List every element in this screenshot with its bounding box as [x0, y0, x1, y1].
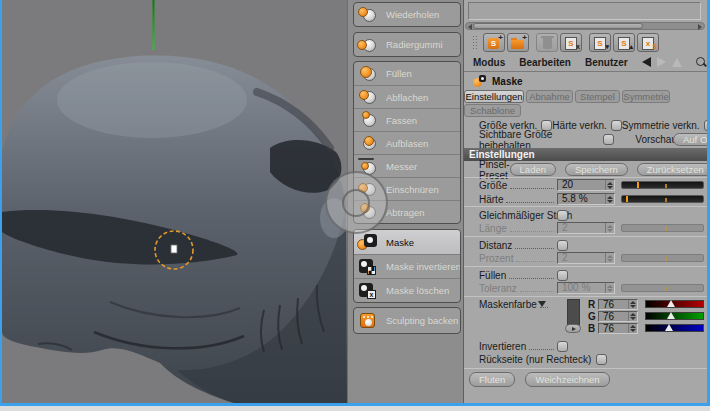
window-border-bottom	[0, 403, 710, 406]
add-layer-icon[interactable]: S+	[483, 33, 505, 52]
red-value-input[interactable]: 76	[598, 299, 638, 310]
length-row: Länge 2	[464, 222, 707, 234]
menu-benutzer[interactable]: Benutzer	[585, 57, 628, 68]
blue-slider[interactable]	[645, 324, 704, 332]
red-channel-row: R 76	[588, 299, 707, 309]
symmetry-link-option: Symmetrie verkn.	[622, 120, 707, 131]
flood-button[interactable]: Fluten	[469, 372, 515, 387]
flatten-brush-icon	[354, 87, 380, 107]
toolbar-grip-icon	[472, 35, 478, 51]
delete-mask-icon[interactable]: Sx	[560, 33, 582, 52]
length-input: 2	[557, 222, 615, 234]
green-slider[interactable]	[645, 312, 704, 320]
preview-mode-dropdown[interactable]: Auf Ober	[673, 133, 707, 146]
mask-brush-icon	[354, 232, 380, 252]
stepper-icon[interactable]	[605, 194, 614, 204]
history-up-icon[interactable]	[672, 58, 682, 67]
reset-button[interactable]: Zurücksetzen	[637, 163, 707, 176]
copy-mask-down-icon[interactable]: S▾	[589, 33, 611, 52]
stepper-icon[interactable]	[628, 324, 637, 333]
mask-color-block: Maskenfarbe R 76 G 76 B 76	[464, 299, 707, 337]
backface-row: Rückseite (nur Rechteck)	[464, 353, 707, 365]
distance-row: Distanz	[464, 239, 707, 251]
viewport-navigation-ball[interactable]	[325, 171, 388, 234]
visible-size-row: Sichtbare Größe beibehalten Vorschaumodu…	[464, 133, 707, 146]
steady-stroke-row: Gleichmäßiger Strich	[464, 209, 707, 221]
save-button[interactable]: Speichern	[565, 163, 628, 176]
tool-aufblasen[interactable]: Aufblasen	[354, 131, 460, 154]
blue-value-input[interactable]: 76	[598, 323, 638, 334]
stepper-icon[interactable]	[628, 300, 637, 309]
tool-radiergummi[interactable]: Radiergummi	[354, 33, 460, 56]
distance-checkbox[interactable]	[557, 240, 568, 251]
scrollbar-thumb[interactable]	[473, 23, 643, 29]
scroll-right-icon[interactable]	[698, 24, 702, 30]
tool-abflachen[interactable]: Abflachen	[354, 85, 460, 108]
tab-abnahme[interactable]: Abnahme	[526, 90, 573, 103]
scroll-left-icon[interactable]	[468, 24, 472, 30]
tool-group-repeat: Wiederholen	[353, 2, 461, 27]
tool-group-bake: Sculpting backen	[353, 307, 461, 334]
navigation-ball-inner-circle[interactable]	[342, 189, 370, 217]
tool-maske-invertieren[interactable]: ▞ Maske invertieren	[354, 254, 460, 278]
fill-checkbox[interactable]	[557, 270, 568, 281]
copy-mask-up-icon[interactable]: S▴	[613, 33, 635, 52]
red-slider[interactable]	[645, 300, 704, 308]
grab-brush-icon	[354, 110, 380, 130]
application-window: Wiederholen Radiergummi Füllen Abflachen…	[0, 0, 710, 411]
tool-fuellen[interactable]: Füllen	[354, 62, 460, 85]
invert-checkbox[interactable]	[557, 341, 568, 352]
tool-maske-loeschen[interactable]: x Maske löschen	[354, 278, 460, 302]
tab-symmetrie[interactable]: Symmetrie	[622, 90, 670, 103]
backface-checkbox[interactable]	[596, 354, 607, 365]
smooth-button[interactable]: Weichzeichnen	[525, 372, 609, 387]
mask-invert-icon: ▞	[354, 257, 380, 277]
inflate-brush-icon	[354, 133, 380, 153]
tool-fassen[interactable]: Fassen	[354, 108, 460, 131]
blue-channel-row: B 76	[588, 323, 707, 333]
fill-row: Füllen	[464, 269, 707, 281]
stepper-icon[interactable]	[605, 180, 614, 190]
tab-schablone[interactable]: Schablone	[464, 104, 521, 117]
y-axis-line	[153, 0, 155, 50]
object-list-box[interactable]	[468, 2, 701, 20]
eraser-brush-icon	[354, 35, 380, 55]
green-value-input[interactable]: 76	[598, 311, 638, 322]
delete-icon[interactable]	[536, 33, 558, 52]
layer-toolbar: S+ + Sx S▾ S▴ xS	[464, 32, 707, 53]
color-expand-button[interactable]	[565, 324, 581, 333]
tab-einstellungen[interactable]: Einstellungen	[464, 90, 524, 103]
history-forward-icon[interactable]	[657, 57, 666, 67]
tolerance-input: 100 %	[557, 282, 615, 294]
size-input[interactable]: 20	[557, 179, 615, 191]
menu-bearbeiten[interactable]: Bearbeiten	[519, 57, 571, 68]
size-slider[interactable]	[621, 181, 704, 189]
horizontal-scrollbar[interactable]	[465, 22, 705, 30]
hardness-link-checkbox[interactable]	[611, 120, 622, 131]
percent-slider	[621, 254, 704, 262]
fill-brush-icon	[354, 64, 380, 84]
skull-model[interactable]	[2, 0, 347, 403]
tool-wiederholen[interactable]: Wiederholen	[354, 3, 460, 26]
percent-row: Prozent 2	[464, 252, 707, 264]
stepper-icon[interactable]	[628, 312, 637, 321]
tab-stempel[interactable]: Stempel	[575, 90, 620, 103]
window-bottom-strip	[0, 406, 710, 411]
sculpt-viewport[interactable]	[2, 0, 347, 403]
visible-size-checkbox[interactable]	[603, 134, 614, 145]
color-dropdown-icon[interactable]	[538, 301, 546, 307]
steady-stroke-checkbox[interactable]	[557, 210, 568, 221]
tool-maske[interactable]: Maske	[354, 230, 460, 254]
load-button[interactable]: Laden	[510, 163, 556, 176]
hardness-slider[interactable]	[621, 195, 704, 203]
hardness-input[interactable]: 5.8 %	[557, 193, 615, 205]
clear-mask-icon[interactable]: xS	[637, 33, 659, 52]
add-folder-icon[interactable]: +	[507, 33, 529, 52]
history-back-icon[interactable]	[642, 57, 651, 67]
object-title-row: Maske	[464, 73, 707, 89]
tool-sculpting-backen[interactable]: Sculpting backen	[354, 308, 460, 333]
search-icon[interactable]	[696, 57, 707, 68]
bake-sculpting-icon	[354, 311, 380, 331]
mask-delete-icon: x	[354, 281, 380, 301]
menu-modus[interactable]: Modus	[473, 57, 505, 68]
